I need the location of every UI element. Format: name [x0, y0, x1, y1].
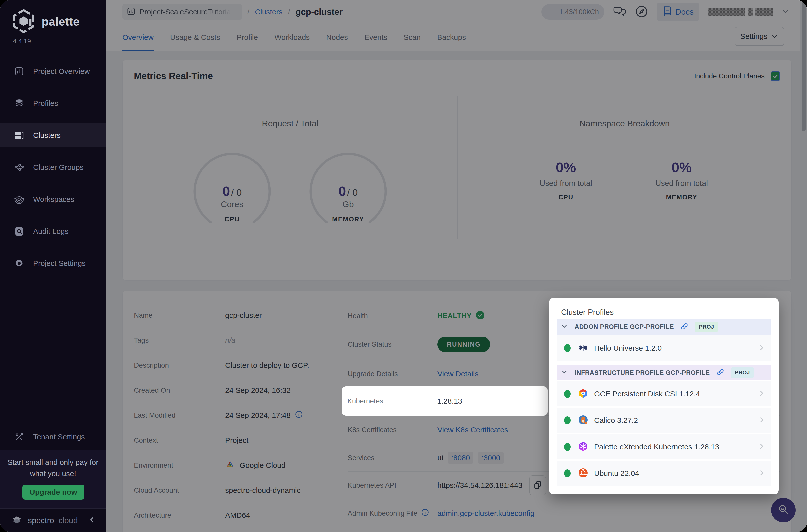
link-icon [680, 322, 688, 331]
infrastructure-profile-section-header[interactable]: INFRASTRUCTURE PROFILE GCP-PROFILE PROJ [557, 365, 771, 380]
brand-logo: palette [11, 9, 80, 35]
gce-disk-icon [578, 388, 589, 400]
pxk-icon [578, 441, 589, 453]
layers-icon [14, 98, 25, 109]
sidebar-item-tenant-settings[interactable]: Tenant Settings [0, 421, 106, 453]
sidebar-footer: spectro cloud [0, 508, 106, 532]
palette-logo-icon [11, 9, 36, 35]
network-icon [14, 162, 25, 173]
app-version: 4.4.19 [13, 37, 31, 45]
status-dot [564, 416, 571, 424]
addon-profile-section-header[interactable]: ADDON PROFILE GCP-PROFILE PROJ [557, 319, 771, 335]
audit-search-icon [14, 226, 25, 237]
spectro-cloud-logo-icon [11, 513, 23, 527]
orbit-icon [14, 194, 25, 205]
sidebar: palette 4.4.19 Project Overview [0, 0, 106, 532]
tools-icon [14, 431, 25, 442]
hello-universe-icon [578, 342, 589, 354]
kubernetes-version: 1.28.13 [437, 397, 462, 405]
bar-chart-icon [14, 66, 25, 77]
profile-item-gce-disk[interactable]: GCE Persistent Disk CSI 1.12.4 [557, 381, 771, 406]
chevron-right-icon [758, 443, 765, 451]
sidebar-nav: Project Overview Profiles [0, 55, 106, 279]
gear-icon [14, 258, 25, 269]
cluster-profiles-popover: Cluster Profiles ADDON PROFILE GCP-PROFI… [549, 298, 778, 494]
sidebar-item-cluster-groups[interactable]: Cluster Groups [0, 151, 106, 183]
calico-icon [578, 414, 589, 426]
kubernetes-spotlight-card: Kubernetes 1.28.13 [342, 386, 548, 416]
brand-name: palette [42, 15, 80, 28]
app-window: palette 4.4.19 Project Overview [0, 0, 807, 532]
collapse-sidebar-icon[interactable] [88, 516, 96, 525]
status-dot [564, 443, 571, 451]
sidebar-item-profiles[interactable]: Profiles [0, 88, 106, 119]
ubuntu-icon [578, 467, 589, 479]
profile-item-ubuntu[interactable]: Ubuntu 22.04 [557, 461, 771, 486]
profile-item-palette-extended-kubernetes[interactable]: Palette eXtended Kubernetes 1.28.13 [557, 434, 771, 459]
sidebar-item-project-settings[interactable]: Project Settings [0, 247, 106, 279]
upgrade-promo: Start small and only pay for what you us… [0, 450, 106, 508]
promo-text: Start small and only pay for what you us… [7, 457, 99, 479]
footer-brand-primary: spectro [28, 516, 54, 525]
cluster-profiles-title: Cluster Profiles [561, 308, 614, 317]
status-dot [564, 344, 571, 352]
status-dot [564, 469, 571, 477]
scope-badge: PROJ [695, 322, 718, 332]
chevron-right-icon [758, 390, 765, 398]
profile-item-calico[interactable]: Calico 3.27.2 [557, 408, 771, 433]
scope-badge: PROJ [731, 367, 754, 378]
status-dot [564, 390, 571, 398]
clusters-icon [14, 130, 25, 141]
upgrade-now-button[interactable]: Upgrade now [22, 484, 85, 499]
sidebar-item-project-overview[interactable]: Project Overview [0, 55, 106, 88]
chevron-right-icon [758, 344, 765, 352]
chevron-right-icon [758, 416, 765, 424]
sidebar-item-workspaces[interactable]: Workspaces [0, 183, 106, 215]
sidebar-item-audit-logs[interactable]: Audit Logs [0, 215, 106, 247]
profile-item-hello-universe[interactable]: Hello Universe 1.2.0 [557, 335, 771, 361]
link-icon [716, 368, 724, 377]
chevron-down-icon [561, 369, 568, 376]
sidebar-item-clusters[interactable]: Clusters [0, 119, 106, 151]
chevron-right-icon [758, 469, 765, 477]
footer-brand-secondary: cloud [59, 516, 78, 525]
chevron-down-icon [561, 323, 568, 331]
